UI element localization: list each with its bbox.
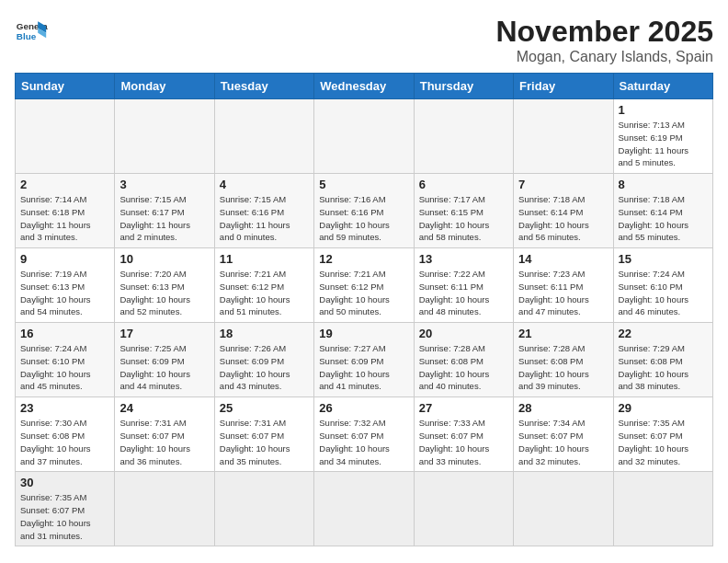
day-info: Sunrise: 7:26 AM Sunset: 6:09 PM Dayligh…	[220, 342, 309, 393]
day-info: Sunrise: 7:18 AM Sunset: 6:14 PM Dayligh…	[518, 193, 608, 244]
day-cell: 19Sunrise: 7:27 AM Sunset: 6:09 PM Dayli…	[314, 323, 414, 397]
week-row-5: 30Sunrise: 7:35 AM Sunset: 6:07 PM Dayli…	[16, 472, 713, 546]
day-number: 17	[119, 327, 209, 340]
day-info: Sunrise: 7:31 AM Sunset: 6:07 PM Dayligh…	[220, 417, 309, 467]
day-number: 19	[319, 327, 408, 340]
day-cell	[115, 99, 214, 174]
day-info: Sunrise: 7:33 AM Sunset: 6:07 PM Dayligh…	[419, 417, 508, 467]
day-info: Sunrise: 7:35 AM Sunset: 6:07 PM Dayligh…	[20, 491, 109, 542]
day-info: Sunrise: 7:29 AM Sunset: 6:08 PM Dayligh…	[619, 342, 708, 393]
day-cell: 4Sunrise: 7:15 AM Sunset: 6:16 PM Daylig…	[214, 174, 313, 248]
day-number: 16	[20, 327, 109, 340]
day-info: Sunrise: 7:21 AM Sunset: 6:12 PM Dayligh…	[319, 268, 408, 318]
day-cell	[514, 472, 613, 546]
header: General Blue November 2025 Mogan, Canary…	[15, 15, 713, 65]
day-cell: 7Sunrise: 7:18 AM Sunset: 6:14 PM Daylig…	[514, 174, 613, 248]
day-number: 5	[319, 178, 408, 191]
calendar-body: 1Sunrise: 7:13 AM Sunset: 6:19 PM Daylig…	[16, 99, 713, 546]
header-row: SundayMondayTuesdayWednesdayThursdayFrid…	[16, 74, 713, 99]
day-cell: 12Sunrise: 7:21 AM Sunset: 6:12 PM Dayli…	[314, 248, 414, 323]
day-number: 4	[220, 178, 309, 191]
day-info: Sunrise: 7:28 AM Sunset: 6:08 PM Dayligh…	[419, 342, 508, 393]
day-cell	[414, 472, 513, 546]
day-cell: 30Sunrise: 7:35 AM Sunset: 6:07 PM Dayli…	[16, 472, 115, 546]
week-row-0: 1Sunrise: 7:13 AM Sunset: 6:19 PM Daylig…	[16, 99, 713, 174]
day-number: 27	[419, 401, 508, 415]
day-info: Sunrise: 7:28 AM Sunset: 6:08 PM Dayligh…	[518, 342, 608, 393]
day-cell: 29Sunrise: 7:35 AM Sunset: 6:07 PM Dayli…	[613, 397, 712, 472]
day-number: 6	[419, 178, 508, 191]
day-cell: 16Sunrise: 7:24 AM Sunset: 6:10 PM Dayli…	[16, 323, 115, 397]
day-info: Sunrise: 7:14 AM Sunset: 6:18 PM Dayligh…	[20, 193, 109, 244]
day-cell: 14Sunrise: 7:23 AM Sunset: 6:11 PM Dayli…	[514, 248, 613, 323]
day-cell	[613, 472, 712, 546]
header-cell-sunday: Sunday	[16, 74, 115, 99]
day-info: Sunrise: 7:25 AM Sunset: 6:09 PM Dayligh…	[119, 342, 209, 393]
calendar-table: SundayMondayTuesdayWednesdayThursdayFrid…	[15, 73, 713, 546]
header-cell-tuesday: Tuesday	[214, 74, 313, 99]
day-cell	[314, 472, 414, 546]
day-number: 18	[220, 327, 309, 340]
day-cell: 20Sunrise: 7:28 AM Sunset: 6:08 PM Dayli…	[414, 323, 513, 397]
day-number: 25	[220, 401, 309, 415]
day-cell: 17Sunrise: 7:25 AM Sunset: 6:09 PM Dayli…	[115, 323, 214, 397]
day-cell	[214, 472, 313, 546]
day-info: Sunrise: 7:23 AM Sunset: 6:11 PM Dayligh…	[518, 268, 608, 318]
header-cell-saturday: Saturday	[613, 74, 712, 99]
day-info: Sunrise: 7:13 AM Sunset: 6:19 PM Dayligh…	[619, 119, 708, 169]
day-number: 9	[20, 252, 109, 266]
day-number: 30	[20, 476, 109, 489]
day-number: 26	[319, 401, 408, 415]
day-info: Sunrise: 7:20 AM Sunset: 6:13 PM Dayligh…	[119, 268, 209, 318]
day-number: 10	[119, 252, 209, 266]
day-cell: 6Sunrise: 7:17 AM Sunset: 6:15 PM Daylig…	[414, 174, 513, 248]
day-cell: 27Sunrise: 7:33 AM Sunset: 6:07 PM Dayli…	[414, 397, 513, 472]
day-cell: 26Sunrise: 7:32 AM Sunset: 6:07 PM Dayli…	[314, 397, 414, 472]
day-cell: 23Sunrise: 7:30 AM Sunset: 6:08 PM Dayli…	[16, 397, 115, 472]
day-number: 8	[619, 178, 708, 191]
day-info: Sunrise: 7:21 AM Sunset: 6:12 PM Dayligh…	[220, 268, 309, 318]
day-info: Sunrise: 7:31 AM Sunset: 6:07 PM Dayligh…	[119, 417, 209, 467]
day-number: 24	[119, 401, 209, 415]
day-info: Sunrise: 7:15 AM Sunset: 6:16 PM Dayligh…	[220, 193, 309, 244]
day-cell	[514, 99, 613, 174]
week-row-2: 9Sunrise: 7:19 AM Sunset: 6:13 PM Daylig…	[16, 248, 713, 323]
calendar-title: November 2025	[495, 15, 713, 49]
calendar-header: SundayMondayTuesdayWednesdayThursdayFrid…	[16, 74, 713, 99]
day-info: Sunrise: 7:30 AM Sunset: 6:08 PM Dayligh…	[20, 417, 109, 467]
day-cell: 11Sunrise: 7:21 AM Sunset: 6:12 PM Dayli…	[214, 248, 313, 323]
day-info: Sunrise: 7:22 AM Sunset: 6:11 PM Dayligh…	[419, 268, 508, 318]
day-cell: 9Sunrise: 7:19 AM Sunset: 6:13 PM Daylig…	[16, 248, 115, 323]
day-number: 2	[20, 178, 109, 191]
day-cell: 5Sunrise: 7:16 AM Sunset: 6:16 PM Daylig…	[314, 174, 414, 248]
header-cell-friday: Friday	[514, 74, 613, 99]
day-number: 13	[419, 252, 508, 266]
day-cell: 8Sunrise: 7:18 AM Sunset: 6:14 PM Daylig…	[613, 174, 712, 248]
day-number: 23	[20, 401, 109, 415]
day-info: Sunrise: 7:27 AM Sunset: 6:09 PM Dayligh…	[319, 342, 408, 393]
day-cell: 25Sunrise: 7:31 AM Sunset: 6:07 PM Dayli…	[214, 397, 313, 472]
day-cell	[115, 472, 214, 546]
day-cell: 2Sunrise: 7:14 AM Sunset: 6:18 PM Daylig…	[16, 174, 115, 248]
day-cell: 18Sunrise: 7:26 AM Sunset: 6:09 PM Dayli…	[214, 323, 313, 397]
day-number: 20	[419, 327, 508, 340]
day-cell: 1Sunrise: 7:13 AM Sunset: 6:19 PM Daylig…	[613, 99, 712, 174]
day-cell	[314, 99, 414, 174]
day-info: Sunrise: 7:35 AM Sunset: 6:07 PM Dayligh…	[619, 417, 708, 467]
day-number: 28	[518, 401, 608, 415]
day-info: Sunrise: 7:34 AM Sunset: 6:07 PM Dayligh…	[518, 417, 608, 467]
day-number: 12	[319, 252, 408, 266]
day-cell: 22Sunrise: 7:29 AM Sunset: 6:08 PM Dayli…	[613, 323, 712, 397]
logo-svg: General Blue	[15, 15, 48, 48]
day-number: 29	[619, 401, 708, 415]
day-info: Sunrise: 7:24 AM Sunset: 6:10 PM Dayligh…	[619, 268, 708, 318]
svg-text:Blue: Blue	[17, 31, 37, 41]
calendar-subtitle: Mogan, Canary Islands, Spain	[495, 49, 713, 65]
day-info: Sunrise: 7:16 AM Sunset: 6:16 PM Dayligh…	[319, 193, 408, 244]
day-number: 3	[119, 178, 209, 191]
day-cell: 24Sunrise: 7:31 AM Sunset: 6:07 PM Dayli…	[115, 397, 214, 472]
day-number: 22	[619, 327, 708, 340]
day-number: 7	[518, 178, 608, 191]
day-info: Sunrise: 7:32 AM Sunset: 6:07 PM Dayligh…	[319, 417, 408, 467]
day-cell: 13Sunrise: 7:22 AM Sunset: 6:11 PM Dayli…	[414, 248, 513, 323]
